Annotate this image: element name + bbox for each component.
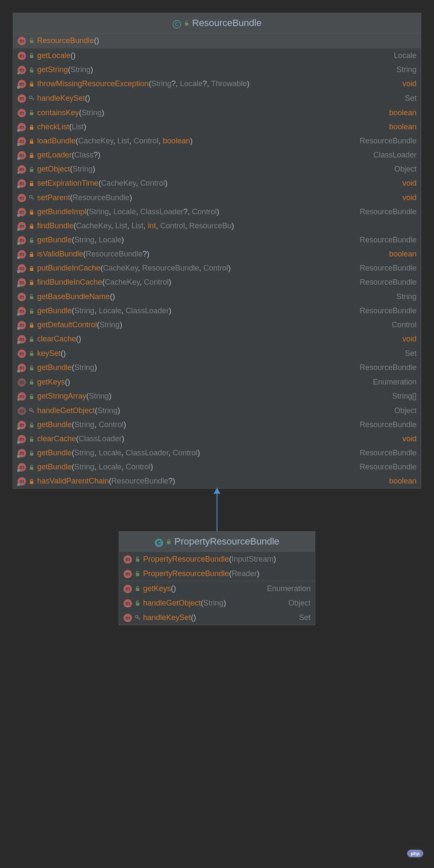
method-name: handleGetObject [37, 406, 95, 415]
badge-wrap: m [18, 377, 26, 387]
paren-close: ) [112, 292, 115, 301]
method-icon: m [18, 278, 26, 287]
nullable-marker: ? [171, 79, 176, 88]
method-row[interactable]: m putBundleInCache(CacheKey, ResourceBun… [13, 261, 421, 275]
method-row[interactable]: m getBundle(String, Control) ResourceBun… [13, 418, 421, 432]
method-row[interactable]: m getDefaultControl(String) Control [13, 318, 421, 332]
method-row[interactable]: m PropertyResourceBundle(Reader) [119, 566, 315, 581]
unlock-icon [135, 571, 141, 577]
return-type: ResourceBundle [360, 306, 416, 315]
param-type: CacheKey [76, 221, 111, 230]
method-row[interactable]: m findBundle(CacheKey, List, List, int, … [13, 219, 421, 233]
method-signature: getString(String) [37, 65, 93, 74]
unlock-icon [135, 556, 141, 562]
param-type: Locale [99, 236, 121, 244]
method-signature: containsKey(String) [37, 108, 104, 117]
method-row[interactable]: m getBaseBundleName() String [13, 289, 421, 304]
method-signature: getKeys() [143, 584, 176, 593]
lock-icon [29, 223, 35, 229]
method-row[interactable]: m getBundleImpl(String, Locale, ClassLoa… [13, 205, 421, 219]
param-type: Locale [99, 449, 121, 457]
method-row[interactable]: m getBundle(String, Locale, Control) Res… [13, 460, 421, 474]
method-row[interactable]: m keySet() Set [13, 346, 421, 361]
method-icon: m [18, 307, 26, 315]
badge-wrap: m [18, 36, 26, 45]
comma: , [138, 264, 142, 272]
method-row[interactable]: m getLoader(Class?) ClassLoader [13, 148, 421, 162]
paren-close: ) [117, 406, 120, 415]
method-name: getBundle [37, 363, 72, 372]
method-signature: findBundleInCache(CacheKey, Control) [37, 278, 171, 287]
method-row[interactable]: m checkList(List) boolean [13, 120, 421, 134]
method-icon: m [18, 378, 26, 387]
paren-close: ) [257, 569, 259, 578]
return-type: String[] [392, 392, 416, 401]
param-type: String [74, 420, 94, 429]
method-row[interactable]: m findBundleInCache(CacheKey, Control) R… [13, 275, 421, 289]
method-row[interactable]: m getBundle(String) ResourceBundle [13, 361, 421, 375]
method-row[interactable]: m throwMissingResourceException(String?,… [13, 77, 421, 91]
badge-wrap: m [18, 80, 26, 88]
method-row[interactable]: m handleGetObject(String) Object [119, 596, 315, 610]
method-name: PropertyResourceBundle [143, 555, 229, 563]
paren-close: ) [165, 179, 167, 187]
comma: , [168, 449, 173, 457]
param-type: int [148, 221, 156, 230]
method-row[interactable]: m hasValidParentChain(ResourceBundle?) b… [13, 474, 421, 488]
method-row[interactable]: m getKeys() Enumeration [119, 581, 315, 596]
method-name: getLocale [37, 51, 70, 60]
method-row[interactable]: m PropertyResourceBundle(InputStream) [119, 552, 315, 566]
method-row[interactable]: m getString(String) String [13, 63, 421, 77]
method-row[interactable]: m isValidBundle(ResourceBundle?) boolean [13, 247, 421, 261]
unlock-icon [29, 308, 35, 314]
method-row[interactable]: m loadBundle(CacheKey, List, Control, bo… [13, 134, 421, 148]
method-icon: m [18, 165, 26, 174]
method-row[interactable]: m handleKeySet() Set [119, 610, 315, 625]
method-name: getObject [37, 165, 70, 173]
method-row[interactable]: m getStringArray(String) String[] [13, 389, 421, 403]
method-icon: m [18, 179, 26, 188]
method-name: getLoader [37, 151, 72, 159]
badge-wrap: m [18, 208, 26, 216]
class-icon: C [155, 539, 163, 547]
inheritance-arrow-container [13, 489, 421, 531]
param-type: List [132, 221, 144, 230]
method-row[interactable]: m clearCache(ClassLoader) void [13, 432, 421, 446]
return-type: ClassLoader [373, 151, 416, 160]
unlock-icon [29, 379, 35, 385]
method-row[interactable]: m getBundle(String, Locale, ClassLoader)… [13, 304, 421, 318]
badge-wrap: m [18, 292, 26, 301]
class-title: PropertyResourceBundle [174, 536, 279, 547]
paren-close: ) [123, 420, 126, 429]
paren-close: ) [91, 65, 93, 74]
param-type: CacheKey [105, 278, 140, 286]
method-name: PropertyResourceBundle [143, 569, 229, 578]
paren-close: ) [150, 463, 153, 471]
return-type: Set [405, 349, 416, 358]
method-row[interactable]: m clearCache() void [13, 332, 421, 346]
unlock-icon [166, 539, 172, 545]
comma: , [185, 221, 189, 230]
key-icon [29, 95, 35, 101]
method-row[interactable]: m getObject(String) Object [13, 162, 421, 176]
method-row[interactable]: m setExpirationTime(CacheKey, Control) v… [13, 176, 421, 190]
method-row[interactable]: m getBundle(String, Locale) ResourceBund… [13, 233, 421, 247]
param-type: Control [192, 207, 217, 216]
method-row[interactable]: m getKeys() Enumeration [13, 375, 421, 389]
badge-wrap: m [18, 179, 26, 188]
return-type: boolean [389, 108, 416, 117]
comma: , [188, 207, 192, 216]
param-type: boolean [163, 137, 190, 145]
method-row[interactable]: m setParent(ResourceBundle) void [13, 190, 421, 205]
method-row[interactable]: m getLocale() Locale [13, 48, 421, 63]
param-type: CacheKey [103, 264, 138, 272]
method-row[interactable]: m ResourceBundle() [13, 33, 421, 48]
method-icon: m [18, 80, 26, 88]
method-row[interactable]: m getBundle(String, Locale, ClassLoader,… [13, 446, 421, 460]
method-row[interactable]: m handleGetObject(String) Object [13, 403, 421, 418]
method-row[interactable]: m containsKey(String) boolean [13, 105, 421, 120]
method-icon: m [18, 123, 26, 131]
method-row[interactable]: m handleKeySet() Set [13, 91, 421, 105]
lock-icon [29, 124, 35, 130]
method-signature: handleKeySet() [143, 613, 196, 622]
